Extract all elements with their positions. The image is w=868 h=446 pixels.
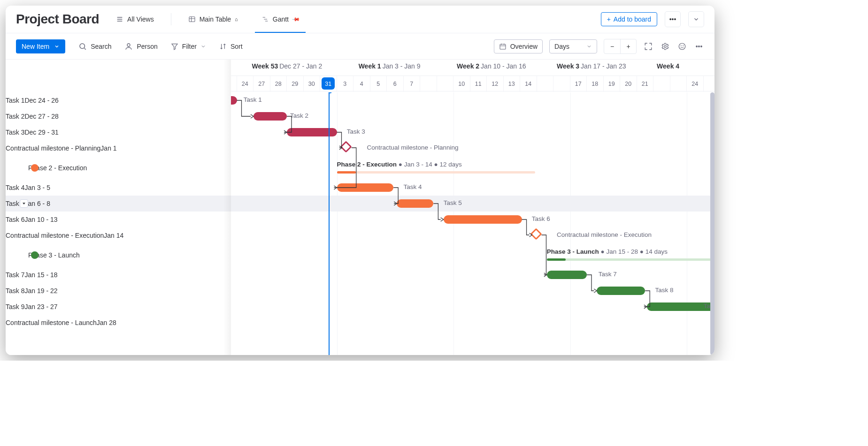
milestone-marker[interactable] xyxy=(532,230,542,240)
week-label: Week 2Jan 10 - Jan 16 xyxy=(457,62,526,70)
day-cell[interactable] xyxy=(553,76,570,92)
day-cell[interactable] xyxy=(420,76,437,92)
gantt-bar[interactable] xyxy=(397,199,433,208)
task-list-row[interactable]: Task 3Dec 29 - 31 xyxy=(6,124,231,140)
day-cell[interactable]: 14 xyxy=(520,76,537,92)
tab-gantt[interactable]: Gantt 📌 xyxy=(255,6,306,33)
task-name: Task 8 xyxy=(6,287,24,295)
app-window: Project Board All Views Main Table ⌂ Gan… xyxy=(6,6,714,355)
expand-toggle[interactable] xyxy=(20,199,28,208)
day-cell[interactable]: 11 xyxy=(470,76,487,92)
task-list-row[interactable]: Task 1Dec 24 - 26 xyxy=(6,92,231,108)
svg-point-9 xyxy=(80,44,85,49)
task-dates: Jan 10 - 13 xyxy=(24,216,57,223)
new-item-button[interactable]: New Item xyxy=(16,39,65,53)
button-label: Add to board xyxy=(614,15,651,23)
feedback-button[interactable] xyxy=(677,41,687,52)
time-unit-select[interactable]: Days xyxy=(549,39,597,53)
task-list-row[interactable]: Task 2Dec 27 - 28 xyxy=(6,108,231,124)
task-dates: Dec 24 - 26 xyxy=(24,97,58,104)
task-list-row[interactable]: Contractual milestone - ExecutionJan 14 xyxy=(6,227,231,243)
person-tool[interactable]: Person xyxy=(124,42,157,51)
more-menu-button[interactable]: ••• xyxy=(665,11,681,27)
day-cell[interactable]: 20 xyxy=(620,76,637,92)
day-cell[interactable]: 31 xyxy=(320,76,337,92)
task-list-row[interactable]: Task 8Jan 19 - 22 xyxy=(6,283,231,299)
day-cell[interactable] xyxy=(437,76,454,92)
day-cell[interactable]: 30 xyxy=(304,76,321,92)
filter-tool[interactable]: Filter xyxy=(171,43,206,50)
zoom-in-button[interactable]: + xyxy=(620,39,636,53)
today-marker xyxy=(329,91,330,355)
collapse-button[interactable] xyxy=(688,11,704,27)
day-cell[interactable]: 21 xyxy=(637,76,654,92)
day-cell[interactable] xyxy=(704,76,715,92)
chevron-down-icon xyxy=(54,44,60,49)
minus-icon: − xyxy=(610,43,614,50)
day-cell[interactable]: 6 xyxy=(387,76,404,92)
task-dates: Jan 28 xyxy=(97,319,116,326)
svg-rect-13 xyxy=(500,44,506,49)
gantt-bar[interactable] xyxy=(444,215,522,224)
day-cell[interactable] xyxy=(670,76,687,92)
day-cell[interactable]: 3 xyxy=(337,76,354,92)
list-icon xyxy=(116,15,123,23)
task-list-row[interactable]: Task 6Jan 10 - 13 xyxy=(6,212,231,227)
task-list-row[interactable]: Contractual milestone - LaunchJan 28 xyxy=(6,315,231,331)
week-label: Week 3Jan 17 - Jan 23 xyxy=(557,62,626,70)
day-cell[interactable]: 4 xyxy=(353,76,370,92)
day-cell[interactable]: 5 xyxy=(370,76,387,92)
milestone-marker[interactable] xyxy=(342,143,352,153)
day-cell[interactable] xyxy=(537,76,554,92)
more-button[interactable]: ••• xyxy=(694,41,704,52)
vertical-scrollbar[interactable] xyxy=(710,92,714,355)
day-cell[interactable]: 27 xyxy=(253,76,270,92)
day-cell[interactable]: 10 xyxy=(453,76,470,92)
day-cell[interactable] xyxy=(653,76,670,92)
task-list-row[interactable]: Contractual milestone - PlanningJan 1 xyxy=(6,140,231,156)
day-cell[interactable]: 12 xyxy=(487,76,504,92)
task-list-row[interactable]: Phase 3 - Launch xyxy=(6,245,231,265)
pin-icon: 📌 xyxy=(291,15,300,23)
svg-point-19 xyxy=(681,45,681,46)
gantt-bar[interactable] xyxy=(597,287,645,295)
zoom-out-button[interactable]: − xyxy=(604,39,620,53)
day-cell[interactable]: 24 xyxy=(687,76,704,92)
smile-icon xyxy=(678,42,686,51)
task-list-row[interactable]: Task 7Jan 15 - 18 xyxy=(6,267,231,283)
gantt-bar[interactable] xyxy=(253,112,287,121)
day-cell[interactable]: 17 xyxy=(570,76,587,92)
select-label: Days xyxy=(554,43,569,50)
gantt-bar[interactable] xyxy=(337,183,394,192)
fullscreen-button[interactable] xyxy=(643,41,653,52)
day-cell[interactable]: 19 xyxy=(604,76,621,92)
overview-select[interactable]: Overview xyxy=(494,39,543,53)
task-list-row[interactable]: Phase 2 - Execution xyxy=(6,158,231,178)
task-dates: Jan 23 - 27 xyxy=(24,303,57,310)
gantt-bar[interactable] xyxy=(547,271,587,279)
plus-icon: + xyxy=(626,43,630,50)
task-list-row[interactable]: Task 5Jan 6 - 8 xyxy=(6,196,231,212)
day-cell[interactable]: 29 xyxy=(287,76,304,92)
add-to-board-button[interactable]: + Add to board xyxy=(601,12,657,26)
day-cell[interactable]: 13 xyxy=(504,76,521,92)
task-dates: Jan 1 xyxy=(100,144,116,152)
settings-button[interactable] xyxy=(660,41,670,52)
task-list-row[interactable]: Task 4Jan 3 - 5 xyxy=(6,180,231,196)
phase-summary-bar[interactable] xyxy=(547,258,714,261)
phase-summary-bar[interactable] xyxy=(337,171,535,174)
tab-all-views[interactable]: All Views xyxy=(109,6,161,33)
task-list-row[interactable]: Task 9Jan 23 - 27 xyxy=(6,299,231,315)
search-tool[interactable]: Search xyxy=(78,42,111,51)
day-cell[interactable]: 18 xyxy=(587,76,604,92)
svg-line-10 xyxy=(84,48,86,49)
day-cell[interactable]: 28 xyxy=(270,76,287,92)
gantt-bar-label: Task 7 xyxy=(599,271,617,278)
day-cell[interactable]: 24 xyxy=(237,76,254,92)
sort-tool[interactable]: Sort xyxy=(219,43,243,50)
tab-main-table[interactable]: Main Table ⌂ xyxy=(182,6,245,33)
tab-label: Main Table xyxy=(200,15,231,23)
day-cell[interactable]: 7 xyxy=(404,76,421,92)
chevron-down-icon xyxy=(200,44,206,49)
svg-point-11 xyxy=(127,44,130,46)
